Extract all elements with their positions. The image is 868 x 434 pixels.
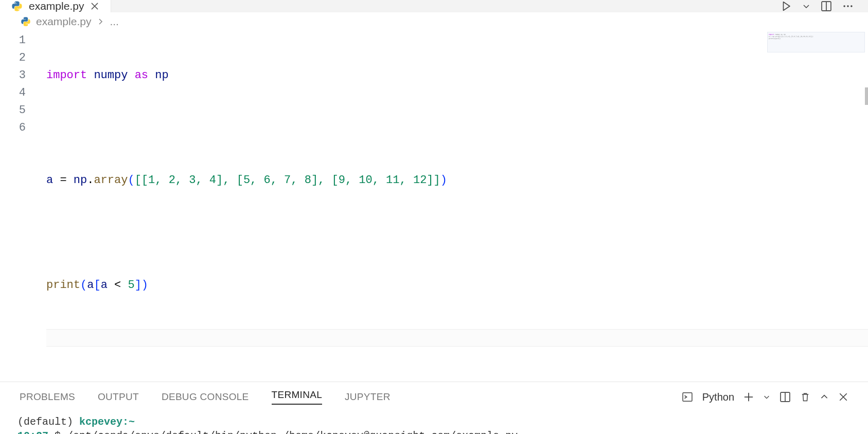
code-token: [[1, 2, 3, 4], [5, 6, 7, 8], [9, 10, 11,… bbox=[135, 174, 440, 187]
code-token: a bbox=[87, 279, 94, 292]
code-token: [ bbox=[94, 279, 100, 292]
split-editor-icon[interactable] bbox=[821, 1, 832, 12]
panel-tabs: PROBLEMS OUTPUT DEBUG CONSOLE TERMINAL J… bbox=[0, 382, 868, 412]
breadcrumb-file: example.py bbox=[36, 15, 91, 28]
editor[interactable]: 1 2 3 4 5 6 import numpy as np a = np.ar… bbox=[0, 31, 868, 382]
tab-output[interactable]: OUTPUT bbox=[98, 391, 139, 403]
editor-tab-label: example.py bbox=[29, 0, 84, 12]
code-token: 5 bbox=[128, 279, 134, 292]
code-token: np bbox=[74, 174, 87, 187]
chevron-up-icon[interactable] bbox=[820, 392, 829, 402]
tab-terminal[interactable]: TERMINAL bbox=[272, 389, 322, 405]
code-token: a bbox=[46, 174, 53, 187]
line-number: 2 bbox=[0, 49, 26, 67]
terminal-text: 10:27 bbox=[17, 430, 48, 434]
chevron-down-icon[interactable] bbox=[802, 2, 810, 10]
minimap[interactable]: import numpy as npa = np.array([[1,2,3,4… bbox=[767, 32, 865, 52]
new-terminal-icon[interactable] bbox=[743, 392, 754, 402]
tabbar-actions bbox=[781, 0, 868, 12]
svg-point-2 bbox=[843, 5, 845, 7]
panel-actions: Python bbox=[682, 391, 848, 403]
tab-problems[interactable]: PROBLEMS bbox=[20, 391, 75, 403]
more-icon[interactable] bbox=[842, 1, 854, 12]
code-token: print bbox=[46, 279, 80, 292]
tab-bar: example.py bbox=[0, 0, 868, 12]
split-terminal-icon[interactable] bbox=[780, 391, 791, 403]
terminal-text: $ bbox=[48, 430, 67, 434]
close-panel-icon[interactable] bbox=[838, 392, 848, 402]
line-number: 6 bbox=[0, 119, 26, 137]
code-token: ( bbox=[128, 174, 134, 187]
code-token: numpy bbox=[94, 69, 128, 82]
terminal-text: (default) bbox=[17, 416, 79, 428]
breadcrumb-ellipsis: ... bbox=[110, 15, 119, 28]
terminal-shell-label: Python bbox=[702, 391, 734, 403]
code-token: ( bbox=[80, 279, 87, 292]
editor-tab-example-py[interactable]: example.py bbox=[0, 0, 111, 12]
code-token: = bbox=[60, 174, 66, 187]
line-gutter: 1 2 3 4 5 6 bbox=[0, 31, 46, 382]
code-token: ) bbox=[141, 279, 148, 292]
code-token: < bbox=[114, 279, 121, 292]
code-token: array bbox=[94, 174, 128, 187]
code-token: as bbox=[135, 69, 148, 82]
chevron-down-icon[interactable] bbox=[763, 393, 770, 401]
code-token: np bbox=[155, 69, 168, 82]
bottom-panel: PROBLEMS OUTPUT DEBUG CONSOLE TERMINAL J… bbox=[0, 382, 868, 434]
code-token: ] bbox=[135, 279, 141, 292]
python-file-icon bbox=[11, 1, 23, 12]
scrollbar[interactable] bbox=[865, 87, 868, 105]
terminal-output[interactable]: (default) kcpevey:~ 10:27 $ /opt/conda/e… bbox=[0, 412, 868, 434]
breadcrumb[interactable]: example.py ... bbox=[0, 12, 868, 31]
tab-jupyter[interactable]: JUPYTER bbox=[345, 391, 391, 403]
code-token: . bbox=[87, 174, 94, 187]
line-number: 1 bbox=[0, 32, 26, 49]
tab-debug-console[interactable]: DEBUG CONSOLE bbox=[162, 391, 249, 403]
svg-point-3 bbox=[847, 5, 849, 7]
line-number: 3 bbox=[0, 67, 26, 84]
code-token: import bbox=[46, 69, 87, 82]
code-token: a bbox=[101, 279, 108, 292]
run-icon[interactable] bbox=[781, 1, 792, 12]
line-number: 4 bbox=[0, 84, 26, 102]
trash-icon[interactable] bbox=[800, 392, 810, 402]
close-icon[interactable] bbox=[90, 2, 99, 11]
python-file-icon bbox=[21, 16, 31, 27]
terminal-text: kcpevey:~ bbox=[79, 416, 135, 428]
code-content[interactable]: import numpy as np a = np.array([[1, 2, … bbox=[46, 31, 868, 382]
svg-point-4 bbox=[851, 5, 853, 7]
terminal-profile-icon[interactable] bbox=[682, 391, 693, 403]
code-token: ) bbox=[440, 174, 447, 187]
line-number: 5 bbox=[0, 102, 26, 119]
chevron-right-icon bbox=[96, 17, 104, 26]
svg-rect-5 bbox=[683, 393, 692, 402]
terminal-text: /opt/conda/envs/default/bin/python /home… bbox=[67, 430, 518, 434]
